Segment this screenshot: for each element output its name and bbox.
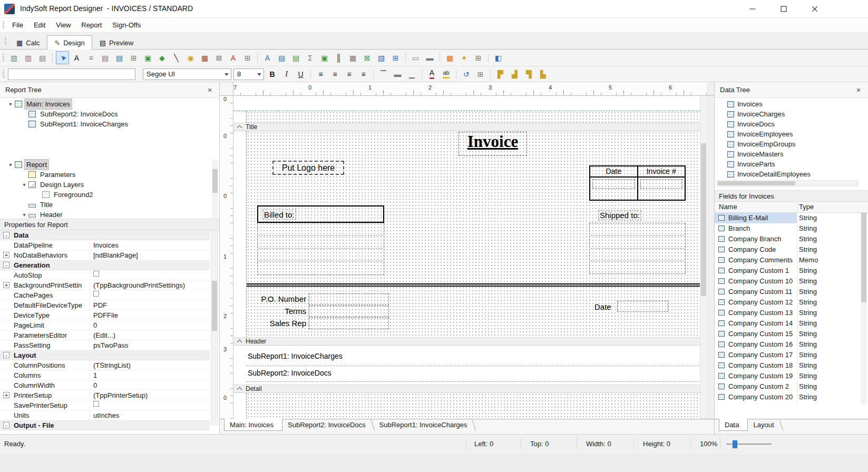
grid-tool-icon[interactable]: ⊞ [241,51,254,64]
properties-scrollbar[interactable] [211,230,218,425]
db2dbarcode-tool-icon[interactable]: ▦ [346,51,359,64]
field-placeholder[interactable] [591,249,684,261]
maximize-button[interactable] [772,0,796,17]
data-tree-hscrollbar[interactable] [717,180,859,186]
rotate-icon[interactable]: ↺ [460,67,473,81]
property-value[interactable]: 0 [93,320,209,330]
field-row[interactable]: Company Custom 20 String [715,392,861,402]
shipped-to-fields[interactable] [589,223,686,274]
invoice-number-value-cell[interactable] [638,178,685,200]
zoom-slider[interactable] [726,440,772,448]
property-value[interactable]: 1 [93,370,209,380]
data-tree-item[interactable]: InvoiceParts [715,159,860,169]
invoice-number-header-cell[interactable]: Invoice # [638,166,685,176]
view-tab[interactable]: ✎ Design [47,35,92,50]
expand-toggle-icon[interactable]: - [3,262,9,268]
dbcheckbox-tool-icon[interactable]: ⊠ [360,51,374,64]
field-row[interactable]: Company Custom 10 String [715,276,861,287]
crosstab-tool-icon[interactable]: ▦ [443,51,456,64]
expand-toggle-icon[interactable]: + [3,392,9,398]
date-label[interactable]: Date [594,302,611,311]
property-row[interactable]: + PrinterSetup (TppPrinterSetup) [0,390,210,400]
double-rule-line[interactable] [247,283,700,287]
field-placeholder[interactable] [640,179,683,189]
close-button[interactable] [803,0,827,17]
field-placeholder[interactable] [259,249,383,261]
field-row[interactable]: Company Custom 1 String [715,266,861,276]
align-justify-icon[interactable]: ≡ [357,67,370,81]
dbtext-tool-icon[interactable]: A [261,51,274,64]
property-value[interactable] [93,290,209,297]
property-value[interactable]: (TppPrinterSetup) [93,390,209,400]
move-backward-icon[interactable]: ▙ [537,67,550,81]
data-tree-item[interactable]: InvoiceDocs [715,119,860,129]
field-placeholder[interactable] [591,223,684,236]
memo-tool-icon[interactable]: ▤ [99,51,112,64]
expand-toggle-icon[interactable]: - [3,422,9,428]
menu-item[interactable]: Sign-Offs [107,19,146,31]
sales-rep-label[interactable]: Sales Rep [257,319,306,328]
view-tab[interactable]: ▦ Calc [9,35,47,50]
table-tool-icon[interactable]: ⊞ [472,51,485,64]
design-surface[interactable]: Title Invoice Put Logo here Date Invoice… [233,96,700,419]
property-row[interactable]: - Output - File [0,420,210,430]
property-row[interactable]: Columns 1 [0,370,210,380]
report-tree-item[interactable]: Foreground2 [0,190,212,200]
report-tree-item[interactable]: Title [0,200,212,210]
canvas-tab[interactable]: SubReport1: InvoiceCharges [374,419,476,431]
valign-middle-icon[interactable]: ▬ [391,67,404,81]
report-tree-item[interactable]: ▾ Main: Invoices [0,99,212,109]
property-row[interactable]: + NoDataBehaviors [ndBlankPage] [0,250,210,260]
valign-top-icon[interactable]: ▔ [377,67,390,81]
tree-expander-icon[interactable]: ▾ [20,180,28,190]
valign-bottom-icon[interactable]: ▁ [405,67,418,81]
po-number-field[interactable] [309,293,389,305]
expand-toggle-icon[interactable]: - [3,232,9,238]
data-tree-item[interactable]: Invoices [715,99,860,109]
band-bar-title[interactable]: Title [233,123,700,131]
property-row[interactable]: - Layout [0,350,210,360]
font-size-combo[interactable]: 8 [233,68,264,80]
label-tool-icon[interactable]: A [70,51,83,64]
data-tree-item[interactable]: InvoiceEmpGroups [715,139,860,149]
view-tab[interactable]: ▤ Preview [92,35,141,50]
panel-tab[interactable]: Data [719,419,748,431]
property-row[interactable]: DefaultFileDeviceType PDF [0,300,210,310]
terms-label[interactable]: Terms [257,307,306,316]
property-row[interactable]: + BackgroundPrintSettin (TppBackgroundPr… [0,280,210,290]
property-row[interactable]: DataPipeline Invoices [0,240,210,250]
object-selector[interactable] [8,68,135,80]
field-placeholder[interactable] [259,261,383,274]
field-placeholder[interactable] [259,223,383,236]
dbmemo-tool-icon[interactable]: ▤ [275,51,288,64]
field-row[interactable]: Company Code String [715,244,861,255]
property-value[interactable]: 0 [93,380,209,390]
field-placeholder[interactable] [259,236,383,249]
report-outline-icon[interactable]: ▥ [7,51,21,64]
fields-scrollbar[interactable] [861,213,867,405]
dbchart-tool-icon[interactable]: ▧ [375,51,388,64]
expand-toggle-icon[interactable]: + [3,252,9,258]
shipped-to-label[interactable]: Shipped to: [599,211,641,220]
property-row[interactable]: AutoStop [0,270,210,280]
menu-item[interactable]: File [7,19,28,31]
region-tool-icon[interactable]: ▭ [409,51,422,64]
date-field[interactable] [617,301,668,312]
richtext-tool-icon[interactable]: ▤ [113,51,126,64]
field-row[interactable]: Company Custom 19 String [715,371,861,381]
checkbox-unchecked-icon[interactable] [93,271,99,277]
property-row[interactable]: DeviceType PDFFile [0,310,210,320]
field-row[interactable]: Company Custom 16 String [715,339,861,350]
field-row[interactable]: Company Custom 11 String [715,287,861,297]
property-row[interactable]: - Data [0,230,210,240]
field-row[interactable]: Company Branch String [715,234,861,244]
scrollbar-thumb[interactable] [212,281,217,331]
subreport-tool-icon[interactable]: ▬ [423,51,436,64]
dbrichtext-tool-icon[interactable]: ▤ [289,51,303,64]
select-tool-icon[interactable]: ► [56,51,69,64]
property-row[interactable]: SavePrinterSetup [0,400,210,410]
font-name-combo[interactable]: Segoe UI [143,68,231,80]
underline-button[interactable]: U [294,67,307,81]
date-header-cell[interactable]: Date [590,166,638,176]
autofit-text-icon[interactable]: A [227,51,240,64]
